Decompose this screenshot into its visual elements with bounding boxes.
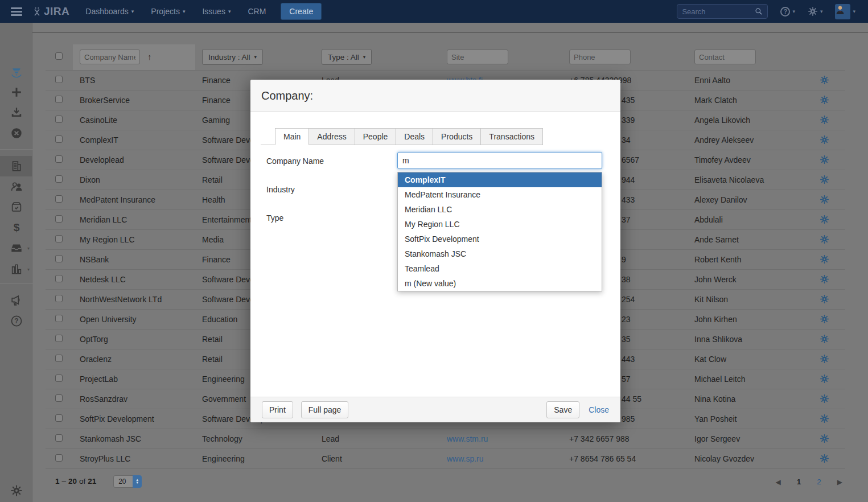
full-page-button[interactable]: Full page bbox=[301, 401, 349, 418]
company-name-cell[interactable]: Netdesk LLC bbox=[73, 269, 195, 289]
row-actions-gear-icon[interactable] bbox=[820, 135, 829, 145]
dropdown-option[interactable]: Stankomash JSC bbox=[398, 246, 602, 261]
row-actions-gear-icon[interactable] bbox=[820, 394, 829, 404]
finance-icon[interactable] bbox=[0, 217, 32, 238]
settings-gear-icon[interactable] bbox=[0, 480, 32, 501]
row-checkbox[interactable] bbox=[55, 195, 63, 203]
company-name-cell[interactable]: My Region LLC bbox=[73, 229, 195, 249]
row-checkbox[interactable] bbox=[55, 434, 63, 442]
company-name-cell[interactable]: StroyPlus LLC bbox=[73, 448, 195, 468]
archive-icon[interactable]: ▾ bbox=[0, 238, 32, 258]
company-name-cell[interactable]: BTS bbox=[73, 70, 195, 90]
select-all-checkbox[interactable] bbox=[55, 52, 63, 60]
tab-deals[interactable]: Deals bbox=[396, 128, 433, 145]
sort-asc-icon[interactable]: ↑ bbox=[147, 52, 152, 61]
company-name-cell[interactable]: MedPatent Insurance bbox=[73, 190, 195, 209]
next-page-button[interactable]: ▶ bbox=[837, 478, 842, 486]
row-checkbox[interactable] bbox=[55, 275, 63, 282]
tab-people[interactable]: People bbox=[355, 128, 397, 145]
dropdown-option[interactable]: MedPatent Insurance bbox=[398, 187, 602, 202]
announcements-icon[interactable] bbox=[0, 290, 32, 311]
row-checkbox[interactable] bbox=[55, 295, 63, 302]
tab-products[interactable]: Products bbox=[433, 128, 481, 145]
row-actions-gear-icon[interactable] bbox=[820, 294, 829, 304]
row-actions-gear-icon[interactable] bbox=[820, 254, 829, 264]
dropdown-option[interactable]: Teamlead bbox=[398, 261, 602, 276]
products-icon[interactable] bbox=[0, 197, 32, 217]
type-filter-button[interactable]: Type : All▾ bbox=[322, 49, 372, 65]
help-icon[interactable] bbox=[0, 311, 32, 331]
row-checkbox[interactable] bbox=[55, 135, 63, 143]
company-name-cell[interactable]: Open University bbox=[73, 309, 195, 329]
row-actions-gear-icon[interactable] bbox=[820, 434, 829, 443]
company-name-cell[interactable]: CasinoLite bbox=[73, 110, 195, 130]
page-2[interactable]: 2 bbox=[817, 478, 821, 486]
add-icon[interactable] bbox=[0, 82, 32, 102]
row-checkbox[interactable] bbox=[55, 96, 63, 103]
jira-logo[interactable]: JIRA bbox=[32, 5, 69, 18]
nav-item-issues[interactable]: Issues▾ bbox=[202, 7, 231, 16]
row-actions-gear-icon[interactable] bbox=[820, 215, 829, 224]
row-checkbox[interactable] bbox=[55, 215, 63, 223]
prev-page-button[interactable]: ◀ bbox=[776, 478, 781, 486]
company-name-cell[interactable]: NSBank bbox=[73, 249, 195, 269]
company-name-input[interactable] bbox=[397, 152, 602, 169]
row-checkbox[interactable] bbox=[55, 235, 63, 242]
close-link[interactable]: Close bbox=[589, 405, 609, 414]
company-name-cell[interactable]: Developlead bbox=[73, 150, 195, 170]
save-button[interactable]: Save bbox=[546, 401, 579, 418]
tab-main[interactable]: Main bbox=[275, 128, 309, 145]
import-icon[interactable] bbox=[0, 102, 32, 123]
site-link[interactable]: www.sp.ru bbox=[447, 454, 484, 463]
row-checkbox[interactable] bbox=[55, 375, 63, 382]
tab-address[interactable]: Address bbox=[309, 128, 355, 145]
row-checkbox[interactable] bbox=[55, 355, 63, 362]
row-checkbox[interactable] bbox=[55, 116, 63, 123]
nav-item-dashboards[interactable]: Dashboards▾ bbox=[85, 7, 134, 16]
row-checkbox[interactable] bbox=[55, 414, 63, 422]
row-actions-gear-icon[interactable] bbox=[820, 75, 829, 85]
company-name-cell[interactable]: BrokerService bbox=[73, 90, 195, 110]
company-name-cell[interactable]: NorthWestNetwork LTd bbox=[73, 289, 195, 309]
row-checkbox[interactable] bbox=[55, 394, 63, 402]
row-checkbox[interactable] bbox=[55, 175, 63, 183]
phone-filter-input[interactable] bbox=[569, 50, 631, 64]
site-filter-input[interactable] bbox=[447, 50, 508, 64]
row-checkbox[interactable] bbox=[55, 315, 63, 322]
company-name-cell[interactable]: Oraclenz bbox=[73, 349, 195, 369]
help-menu[interactable]: ? ▾ bbox=[780, 7, 795, 17]
print-button[interactable]: Print bbox=[262, 401, 293, 418]
create-button[interactable]: Create bbox=[281, 3, 322, 20]
company-name-cell[interactable]: Meridian LLC bbox=[73, 209, 195, 229]
row-actions-gear-icon[interactable] bbox=[820, 95, 829, 105]
industry-filter-button[interactable]: Industry : All▾ bbox=[202, 49, 263, 65]
company-name-cell[interactable]: ComplexIT bbox=[73, 130, 195, 150]
search-input[interactable] bbox=[682, 7, 755, 16]
row-actions-gear-icon[interactable] bbox=[820, 354, 829, 364]
contacts-icon[interactable] bbox=[0, 176, 32, 197]
dropdown-option[interactable]: Meridian LLC bbox=[398, 202, 602, 217]
tab-transactions[interactable]: Transactions bbox=[481, 128, 543, 145]
company-name-cell[interactable]: SoftPix Development bbox=[73, 409, 195, 429]
company-name-filter-input[interactable] bbox=[80, 50, 140, 64]
cancel-icon[interactable] bbox=[0, 123, 32, 143]
nav-item-projects[interactable]: Projects▾ bbox=[151, 7, 185, 16]
row-actions-gear-icon[interactable] bbox=[820, 195, 829, 204]
row-actions-gear-icon[interactable] bbox=[820, 454, 829, 463]
dropdown-option[interactable]: My Region LLC bbox=[398, 217, 602, 232]
row-checkbox[interactable] bbox=[55, 454, 63, 462]
crm-logo-icon[interactable] bbox=[0, 63, 32, 83]
company-name-cell[interactable]: RosSanzdrav bbox=[73, 389, 195, 409]
companies-icon[interactable] bbox=[0, 156, 32, 176]
reports-icon[interactable]: ▾ bbox=[0, 259, 32, 279]
page-1[interactable]: 1 bbox=[797, 478, 801, 486]
row-actions-gear-icon[interactable] bbox=[820, 314, 829, 324]
row-actions-gear-icon[interactable] bbox=[820, 155, 829, 164]
row-actions-gear-icon[interactable] bbox=[820, 175, 829, 184]
dropdown-option[interactable]: m (New value) bbox=[398, 276, 602, 291]
nav-item-crm[interactable]: CRM bbox=[248, 7, 266, 16]
dropdown-option[interactable]: ComplexIT bbox=[398, 172, 602, 187]
menu-icon[interactable] bbox=[0, 7, 32, 16]
company-name-cell[interactable]: Dixon bbox=[73, 170, 195, 190]
row-actions-gear-icon[interactable] bbox=[820, 115, 829, 125]
